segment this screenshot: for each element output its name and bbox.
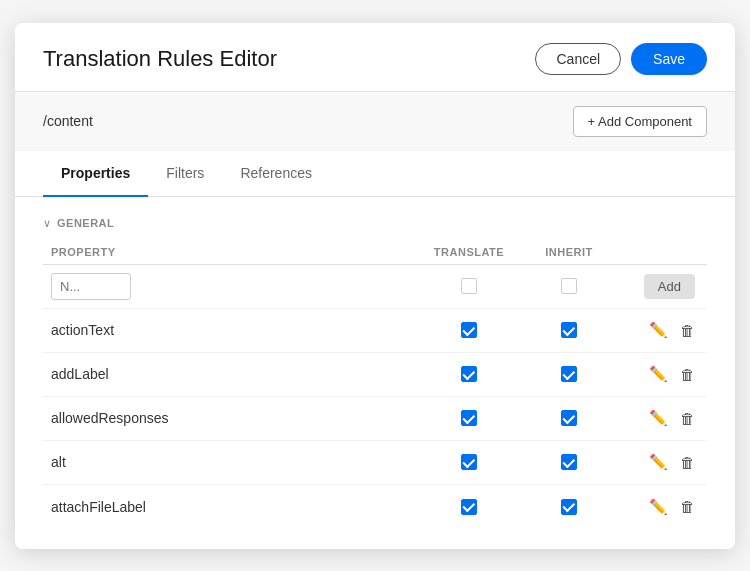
section-header: ∨ GENERAL xyxy=(43,217,707,230)
modal-title: Translation Rules Editor xyxy=(43,46,277,72)
delete-icon[interactable]: 🗑 xyxy=(680,366,695,383)
inherit-checkbox[interactable] xyxy=(561,322,577,338)
property-name: actionText xyxy=(51,322,419,338)
modal-header: Translation Rules Editor Cancel Save xyxy=(15,23,735,92)
property-name: allowedResponses xyxy=(51,410,419,426)
col-header-translate: TRANSLATE xyxy=(419,246,519,258)
table-header: PROPERTY TRANSLATE INHERIT xyxy=(43,240,707,265)
table-row: actionText ✏️ 🗑 xyxy=(43,309,707,353)
inherit-checkbox[interactable] xyxy=(561,499,577,515)
col-header-inherit: INHERIT xyxy=(519,246,619,258)
edit-icon[interactable]: ✏️ xyxy=(649,498,668,516)
property-name: alt xyxy=(51,454,419,470)
property-name: addLabel xyxy=(51,366,419,382)
col-header-actions xyxy=(619,246,699,258)
new-property-row: Add xyxy=(43,265,707,309)
chevron-down-icon: ∨ xyxy=(43,217,51,230)
property-name: attachFileLabel xyxy=(51,499,419,515)
add-row-button[interactable]: Add xyxy=(644,274,695,299)
section-label: GENERAL xyxy=(57,217,114,229)
translate-checkbox[interactable] xyxy=(461,499,477,515)
inherit-checkbox[interactable] xyxy=(561,366,577,382)
translate-checkbox[interactable] xyxy=(461,366,477,382)
inherit-checkbox[interactable] xyxy=(561,454,577,470)
cancel-button[interactable]: Cancel xyxy=(535,43,621,75)
col-header-property: PROPERTY xyxy=(51,246,419,258)
edit-icon[interactable]: ✏️ xyxy=(649,365,668,383)
delete-icon[interactable]: 🗑 xyxy=(680,498,695,515)
table-row: alt ✏️ 🗑 xyxy=(43,441,707,485)
header-actions: Cancel Save xyxy=(535,43,707,75)
new-translate-checkbox[interactable] xyxy=(461,278,477,294)
add-component-button[interactable]: + Add Component xyxy=(573,106,707,137)
edit-icon[interactable]: ✏️ xyxy=(649,409,668,427)
table-row: allowedResponses ✏️ 🗑 xyxy=(43,397,707,441)
delete-icon[interactable]: 🗑 xyxy=(680,322,695,339)
translate-checkbox[interactable] xyxy=(461,322,477,338)
delete-icon[interactable]: 🗑 xyxy=(680,454,695,471)
modal: Translation Rules Editor Cancel Save /co… xyxy=(15,23,735,549)
edit-icon[interactable]: ✏️ xyxy=(649,321,668,339)
new-property-input[interactable] xyxy=(51,273,131,300)
translate-checkbox[interactable] xyxy=(461,410,477,426)
modal-toolbar: /content + Add Component xyxy=(15,92,735,151)
content-path: /content xyxy=(43,113,93,129)
new-inherit-checkbox[interactable] xyxy=(561,278,577,294)
modal-body: ∨ GENERAL PROPERTY TRANSLATE INHERIT Add xyxy=(15,197,735,549)
tab-filters[interactable]: Filters xyxy=(148,151,222,197)
translate-checkbox[interactable] xyxy=(461,454,477,470)
table-row: addLabel ✏️ 🗑 xyxy=(43,353,707,397)
table-row: attachFileLabel ✏️ 🗑 xyxy=(43,485,707,529)
save-button[interactable]: Save xyxy=(631,43,707,75)
edit-icon[interactable]: ✏️ xyxy=(649,453,668,471)
tab-properties[interactable]: Properties xyxy=(43,151,148,197)
inherit-checkbox[interactable] xyxy=(561,410,577,426)
tab-references[interactable]: References xyxy=(222,151,330,197)
delete-icon[interactable]: 🗑 xyxy=(680,410,695,427)
tabs: Properties Filters References xyxy=(15,151,735,197)
